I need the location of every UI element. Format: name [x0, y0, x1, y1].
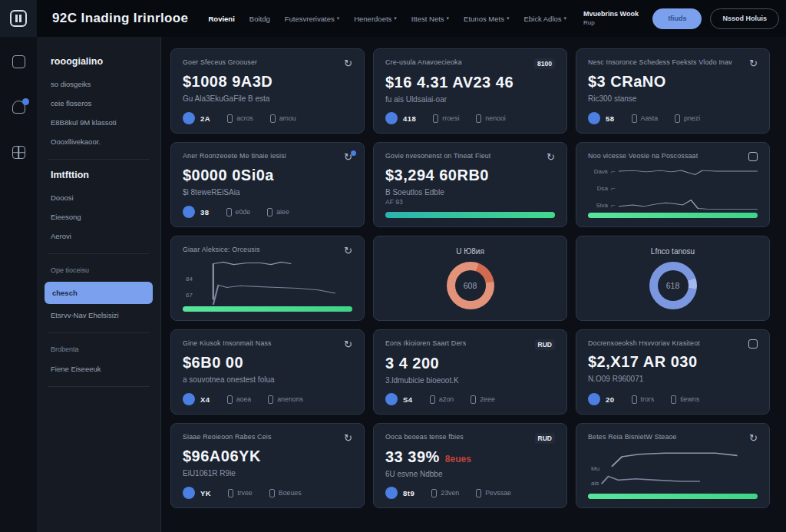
nav-item-label: Henerdoets	[354, 15, 391, 23]
nav-item[interactable]: Henerdoets▾	[354, 15, 397, 23]
card-value: $2,X17 AR 030	[588, 353, 698, 371]
blue-dot-icon	[385, 112, 398, 124]
card-subtitle: EiU1061R R9ie	[183, 469, 352, 477]
refresh-icon[interactable]: ↻	[344, 339, 352, 349]
sidebar-item[interactable]: so diosgeiks	[37, 74, 160, 94]
blue-dot-icon	[588, 112, 600, 124]
nav-item[interactable]: Ebick Adlos▾	[523, 15, 566, 23]
card-footer: 58Aastapnezi	[588, 112, 758, 124]
refresh-icon[interactable]: ↻	[749, 433, 758, 443]
token-icon	[471, 395, 476, 404]
token-icon	[675, 114, 680, 123]
footer-metric[interactable]: tiewns	[671, 395, 699, 404]
footer-metric[interactable]: trvee	[228, 489, 253, 497]
footer-metric[interactable]: 23ven	[431, 489, 459, 497]
footer-metric-label: nenooi	[485, 114, 505, 122]
sidebar-item[interactable]: E8B8kul 9M klassoti	[37, 113, 160, 132]
main-nav: RovieniBoitdgFutesvrerivates▾Henerdoets▾…	[208, 15, 566, 23]
footer-metric-label: 2eee	[480, 395, 495, 403]
primary-action-button[interactable]: Ifiuds	[652, 8, 702, 29]
panel-icon[interactable]	[748, 152, 758, 161]
nav-item[interactable]: Ittest Nets▾	[411, 15, 449, 23]
dashboard-card: U Ю8ия608	[373, 236, 567, 321]
footer-metric[interactable]: anenons	[268, 395, 303, 404]
app-logo[interactable]	[0, 0, 37, 37]
nav-item[interactable]: Etunos Mets▾	[464, 15, 509, 23]
sidebar-item[interactable]: Eieesong	[37, 207, 160, 226]
refresh-icon[interactable]: ↻	[344, 433, 352, 443]
frame-icon[interactable]	[12, 55, 25, 68]
footer-metric[interactable]: Boeues	[269, 489, 302, 497]
sidebar-item[interactable]: Dooosi	[37, 188, 160, 207]
nav-item[interactable]: Rovieni	[208, 15, 234, 23]
footer-primary-label: S4	[403, 395, 413, 404]
dashboard-card: Nesc Insoronce Schedess Foeksts Vlodo In…	[576, 48, 770, 134]
sidebar-item[interactable]: chesch	[45, 282, 153, 304]
dashboard-card: Betes Reia BisnietW Steaoe↻Muais	[576, 423, 770, 508]
footer-metric[interactable]: nenooi	[476, 114, 505, 123]
footer-metric[interactable]: a2on	[430, 395, 454, 404]
footer-metric[interactable]: aiee	[267, 208, 289, 216]
footer-metric[interactable]: e0de	[226, 208, 251, 216]
blue-dot-icon	[183, 112, 195, 124]
footer-metric[interactable]: Aasta	[632, 114, 659, 123]
sidebar-item[interactable]: Oooxllivekaoor.	[37, 132, 160, 151]
dashboard-card: Siaae Reoieoon Rabes Ceis↻$96A06YKEiU106…	[170, 423, 365, 508]
token-icon	[267, 208, 272, 216]
footer-metric-label: Aasta	[641, 114, 659, 122]
user-icon[interactable]	[12, 101, 25, 114]
refresh-icon[interactable]: ↻	[344, 58, 352, 68]
chevron-down-icon: ▾	[447, 15, 450, 21]
card-footer: X4aoeaanenons	[183, 393, 352, 405]
refresh-icon[interactable]: ↻	[749, 58, 758, 68]
footer-metric[interactable]: rroesi	[433, 114, 459, 123]
card-header: Docrensoeoksh Hsvvoriav Krasiteot	[588, 339, 758, 349]
notification-dot	[22, 98, 29, 105]
footer-primary-label: YK	[200, 489, 211, 497]
footer-metric[interactable]: amou	[270, 114, 296, 123]
card-subtitle: Ric300 stanse	[588, 94, 758, 103]
sidebar-item[interactable]: ceie floseros	[37, 94, 160, 113]
card-header: Cre-usula Anavoecieoka8100	[385, 58, 555, 69]
grid-icon[interactable]	[12, 146, 25, 159]
refresh-icon[interactable]: ↻	[344, 246, 352, 256]
sparkline-label: Dsa	[588, 185, 608, 192]
nav-item[interactable]: Futesvrerivates▾	[285, 15, 339, 23]
footer-metric[interactable]: trors	[632, 395, 655, 404]
icon-rail	[0, 37, 37, 532]
footer-metric[interactable]: acros	[227, 114, 253, 123]
panel-icon[interactable]	[748, 339, 758, 349]
card-footer: 8t923venPevssae	[385, 487, 555, 499]
dashboard-card: Cre-usula Anavoecieoka8100$16 4.31 AV23 …	[373, 48, 567, 134]
donut-title: U Ю8ия	[385, 247, 555, 256]
footer-metric[interactable]: pnezi	[675, 114, 700, 123]
nav-item[interactable]: Boitdg	[249, 15, 270, 23]
dashboard-card: Govie nvesonenst on Tineat Fieut↻$3,294 …	[373, 142, 567, 227]
refresh-icon[interactable]: ↻	[547, 152, 555, 162]
sparkline-row: Dsa⌐	[588, 181, 758, 195]
blue-dot-icon	[183, 487, 195, 499]
footer-primary-label: 38	[200, 208, 210, 216]
card-title: Betes Reia BisnietW Steaoe	[588, 433, 677, 441]
refresh-icon[interactable]: ↻	[344, 152, 352, 162]
card-badge: RUD	[535, 339, 555, 350]
sidebar-item[interactable]: Etsrvv-Nav Ehelsisizi	[37, 306, 160, 325]
secondary-action-button[interactable]: Nssod Holuis	[710, 8, 779, 29]
footer-primary-label: 2A	[200, 114, 210, 123]
footer-metric[interactable]: 2eee	[471, 395, 495, 404]
sidebar-item[interactable]: Aerovi	[37, 226, 160, 246]
card-value-row: 33 39%8eues	[385, 448, 555, 466]
footer-metric[interactable]: Pevssae	[476, 489, 511, 497]
card-header: Govie nvesonenst on Tineat Fieut↻	[385, 152, 555, 162]
footer-metric[interactable]: aoea	[227, 395, 252, 404]
card-value-row: 3 4 200	[385, 355, 555, 372]
card-value: $16 4.31 AV23 46	[385, 74, 514, 91]
nav-note[interactable]: Mvuebrins Wook Rup	[583, 10, 639, 26]
footer-metric-label: aoea	[236, 395, 252, 403]
card-note: AF 93	[385, 198, 555, 206]
donut-center-value: 618	[649, 262, 697, 309]
dashboard-card: Giaar Aleksice: Orceusis↻8467	[170, 236, 365, 321]
card-value: $1008 9A3D	[183, 73, 272, 91]
sidebar-item[interactable]: Fiene Eiseeeuk	[37, 359, 160, 378]
card-subtitle: 3.ldmubicie bioeoot.K	[385, 376, 555, 385]
